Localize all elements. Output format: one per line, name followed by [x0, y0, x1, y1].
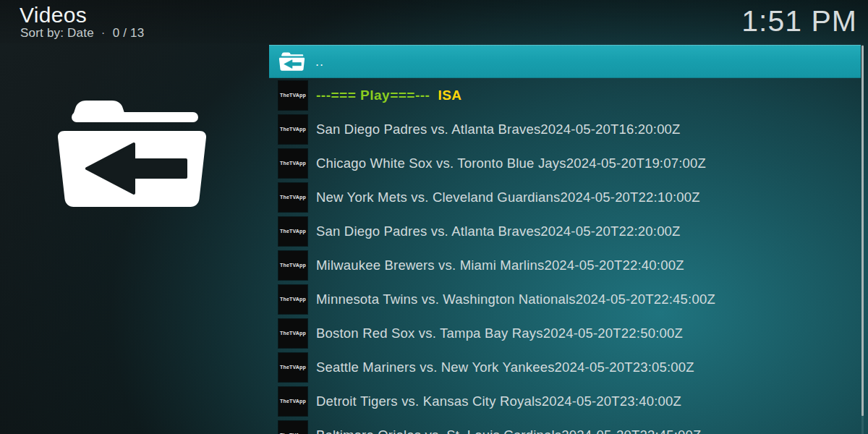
scrollbar-handle[interactable] — [861, 46, 864, 416]
list-item-video[interactable]: TheTVApp New York Mets vs. Cleveland Gua… — [269, 180, 861, 214]
thetvapp-thumbnail: TheTVApp — [278, 421, 307, 434]
thetvapp-thumbnail: TheTVApp — [278, 149, 307, 178]
back-folder-icon — [54, 99, 210, 210]
list-item-video[interactable]: TheTVApp Seattle Mariners vs. New York Y… — [269, 350, 861, 384]
video-title: San Diego Padres vs. Atlanta Braves2024-… — [316, 224, 681, 239]
thetvapp-thumbnail: TheTVApp — [278, 285, 307, 314]
list-item-video[interactable]: TheTVApp San Diego Padres vs. Atlanta Br… — [269, 214, 861, 248]
thetvapp-thumbnail: TheTVApp — [278, 183, 307, 212]
item-count: 0 / 13 — [113, 26, 145, 40]
list-item-video[interactable]: TheTVApp Detroit Tigers vs. Kansas City … — [269, 384, 861, 418]
play-item-label: ---=== Play===--- — [316, 88, 430, 103]
thetvapp-thumbnail: TheTVApp — [278, 217, 307, 246]
sort-by-label[interactable]: Sort by: Date — [20, 26, 94, 40]
thetvapp-thumbnail: TheTVApp — [278, 81, 307, 110]
video-title: Boston Red Sox vs. Tampa Bay Rays2024-05… — [316, 326, 683, 341]
video-title: Chicago White Sox vs. Toronto Blue Jays2… — [316, 156, 706, 171]
video-title: Milwaukee Brewers vs. Miami Marlins2024-… — [316, 258, 684, 273]
video-title: San Diego Padres vs. Atlanta Braves2024-… — [316, 122, 681, 137]
kodi-videos-screen: Videos Sort by: Date·0 / 13 1:51 PM .. — [0, 0, 868, 434]
folder-back-icon — [278, 52, 305, 71]
top-bar: Videos Sort by: Date·0 / 13 1:51 PM — [0, 0, 868, 43]
video-title: Seattle Mariners vs. New York Yankees202… — [316, 359, 694, 375]
list-item-video[interactable]: TheTVApp Minnesota Twins vs. Washington … — [269, 282, 861, 316]
page-title: Videos — [20, 3, 87, 27]
video-rows: TheTVApp San Diego Padres vs. Atlanta Br… — [269, 112, 861, 434]
thetvapp-thumbnail: TheTVApp — [278, 319, 307, 348]
list-item-video[interactable]: TheTVApp Boston Red Sox vs. Tampa Bay Ra… — [269, 316, 861, 350]
list-item-video[interactable]: TheTVApp Baltimore Orioles vs. St. Louis… — [269, 418, 861, 434]
clock: 1:51 PM — [741, 4, 857, 38]
video-title: Detroit Tigers vs. Kansas City Royals202… — [316, 393, 681, 409]
separator-dot: · — [101, 26, 106, 40]
list-item-play[interactable]: TheTVApp ---=== Play===--- ISA — [269, 78, 861, 112]
list-item-video[interactable]: TheTVApp Chicago White Sox vs. Toronto B… — [269, 146, 861, 180]
play-item-suffix: ISA — [438, 88, 461, 103]
thetvapp-thumbnail: TheTVApp — [278, 353, 307, 382]
video-list: .. TheTVApp ---=== Play===--- ISA TheTVA… — [269, 45, 861, 434]
thetvapp-thumbnail: TheTVApp — [278, 115, 307, 144]
sort-status: Sort by: Date·0 / 13 — [20, 26, 144, 41]
list-item-parent-directory[interactable]: .. — [269, 45, 861, 78]
thetvapp-thumbnail: TheTVApp — [278, 387, 307, 416]
thetvapp-thumbnail: TheTVApp — [278, 251, 307, 280]
video-title: Baltimore Orioles vs. St. Louis Cardinal… — [316, 427, 702, 434]
list-item-video[interactable]: TheTVApp Milwaukee Brewers vs. Miami Mar… — [269, 248, 861, 282]
parent-directory-label: .. — [315, 54, 324, 69]
video-title: Minnesota Twins vs. Washington Nationals… — [316, 292, 715, 307]
list-item-video[interactable]: TheTVApp San Diego Padres vs. Atlanta Br… — [269, 112, 861, 146]
video-title: New York Mets vs. Cleveland Guardians202… — [316, 190, 700, 205]
